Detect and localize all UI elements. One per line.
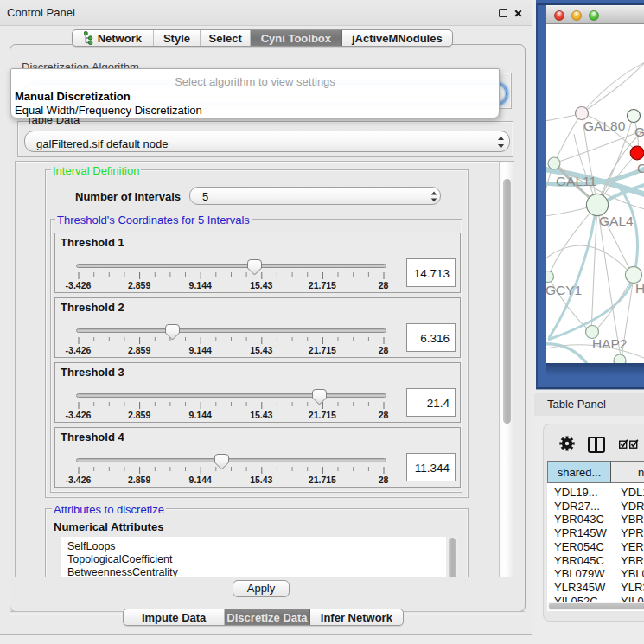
svg-text:G.: G.: [634, 124, 644, 139]
svg-text:HAP2: HAP2: [592, 336, 628, 351]
svg-text:GAL11: GAL11: [556, 174, 596, 188]
svg-text:C: C: [637, 161, 644, 175]
svg-text:GCY1: GCY1: [546, 283, 582, 297]
svg-text:H: H: [635, 281, 644, 296]
svg-text:GAL80: GAL80: [583, 118, 626, 133]
svg-text:GAL4: GAL4: [599, 214, 634, 228]
